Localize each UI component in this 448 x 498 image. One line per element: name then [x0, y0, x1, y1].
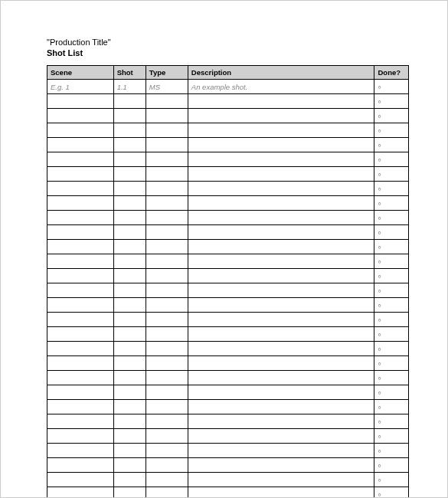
cell-empty — [188, 385, 374, 400]
done-mark-icon: ○ — [378, 463, 381, 468]
cell-empty — [47, 254, 114, 269]
cell-empty — [146, 356, 188, 371]
cell-empty — [113, 240, 146, 254]
cell-empty — [146, 152, 188, 167]
cell-empty — [188, 429, 374, 444]
cell-empty — [146, 313, 188, 327]
col-shot: Shot — [113, 66, 146, 80]
done-mark-icon: ○ — [378, 244, 381, 250]
table-row: ○ — [47, 94, 409, 109]
table-row-example: E.g. 1 1.1 MS An example shot. ○ — [47, 80, 409, 94]
cell-done: ○ — [374, 385, 409, 400]
table-row: ○ — [47, 298, 409, 313]
cell-done: ○ — [374, 211, 409, 225]
cell-empty — [113, 152, 146, 167]
table-row: ○ — [47, 152, 409, 167]
cell-empty — [47, 356, 114, 371]
cell-empty — [146, 225, 188, 240]
cell-done: ○ — [374, 80, 409, 94]
cell-empty — [47, 196, 114, 211]
done-mark-icon: ○ — [378, 274, 381, 279]
cell-empty — [113, 400, 146, 414]
cell-empty — [146, 211, 188, 225]
cell-empty — [47, 240, 114, 254]
done-mark-icon: ○ — [378, 492, 381, 497]
cell-empty — [47, 473, 114, 487]
done-mark-icon: ○ — [378, 405, 381, 410]
cell-empty — [113, 473, 146, 487]
table-row: ○ — [47, 371, 409, 385]
cell-done: ○ — [374, 152, 409, 167]
cell-done: ○ — [374, 240, 409, 254]
cell-empty — [47, 458, 114, 473]
cell-done: ○ — [374, 196, 409, 211]
cell-done: ○ — [374, 444, 409, 458]
table-row: ○ — [47, 138, 409, 152]
cell-done: ○ — [374, 123, 409, 138]
shot-list-table: Scene Shot Type Description Done? E.g. 1… — [47, 65, 409, 498]
table-row: ○ — [47, 167, 409, 182]
done-mark-icon: ○ — [378, 434, 381, 439]
cell-empty — [47, 182, 114, 196]
cell-empty — [47, 414, 114, 429]
cell-empty — [113, 313, 146, 327]
cell-done: ○ — [374, 313, 409, 327]
cell-empty — [188, 225, 374, 240]
cell-empty — [47, 385, 114, 400]
cell-done: ○ — [374, 109, 409, 123]
cell-empty — [113, 327, 146, 342]
cell-empty — [188, 313, 374, 327]
cell-done: ○ — [374, 182, 409, 196]
cell-empty — [188, 371, 374, 385]
cell-empty — [47, 342, 114, 356]
cell-empty — [47, 298, 114, 313]
cell-done: ○ — [374, 225, 409, 240]
cell-empty — [113, 371, 146, 385]
cell-empty — [188, 487, 374, 499]
cell-empty — [47, 444, 114, 458]
cell-empty — [146, 283, 188, 298]
done-mark-icon: ○ — [378, 419, 381, 424]
cell-empty — [47, 211, 114, 225]
cell-done: ○ — [374, 473, 409, 487]
cell-empty — [47, 313, 114, 327]
cell-empty — [146, 123, 188, 138]
table-row: ○ — [47, 240, 409, 254]
table-row: ○ — [47, 283, 409, 298]
cell-empty — [113, 138, 146, 152]
cell-empty — [113, 167, 146, 182]
cell-empty — [113, 429, 146, 444]
cell-empty — [113, 182, 146, 196]
cell-empty — [188, 138, 374, 152]
document-page: "Production Title" Shot List Scene Shot … — [1, 1, 447, 498]
cell-done: ○ — [374, 458, 409, 473]
cell-empty — [146, 342, 188, 356]
cell-empty — [188, 444, 374, 458]
done-mark-icon: ○ — [378, 186, 381, 192]
done-mark-icon: ○ — [378, 84, 381, 90]
table-row: ○ — [47, 313, 409, 327]
production-title: "Production Title" — [47, 38, 409, 47]
cell-empty — [146, 109, 188, 123]
cell-empty — [47, 152, 114, 167]
document-title: Shot List — [47, 48, 409, 57]
done-mark-icon: ○ — [378, 288, 381, 293]
cell-empty — [146, 94, 188, 109]
cell-empty — [188, 283, 374, 298]
done-mark-icon: ○ — [378, 128, 381, 133]
cell-empty — [113, 342, 146, 356]
cell-empty — [113, 109, 146, 123]
cell-empty — [146, 182, 188, 196]
cell-empty — [146, 385, 188, 400]
cell-empty — [146, 444, 188, 458]
table-row: ○ — [47, 414, 409, 429]
done-mark-icon: ○ — [378, 361, 381, 366]
col-type: Type — [146, 66, 188, 80]
cell-empty — [146, 458, 188, 473]
cell-empty — [188, 240, 374, 254]
cell-empty — [188, 152, 374, 167]
cell-done: ○ — [374, 283, 409, 298]
cell-empty — [146, 400, 188, 414]
document-header: "Production Title" Shot List — [47, 38, 409, 57]
cell-empty — [113, 298, 146, 313]
